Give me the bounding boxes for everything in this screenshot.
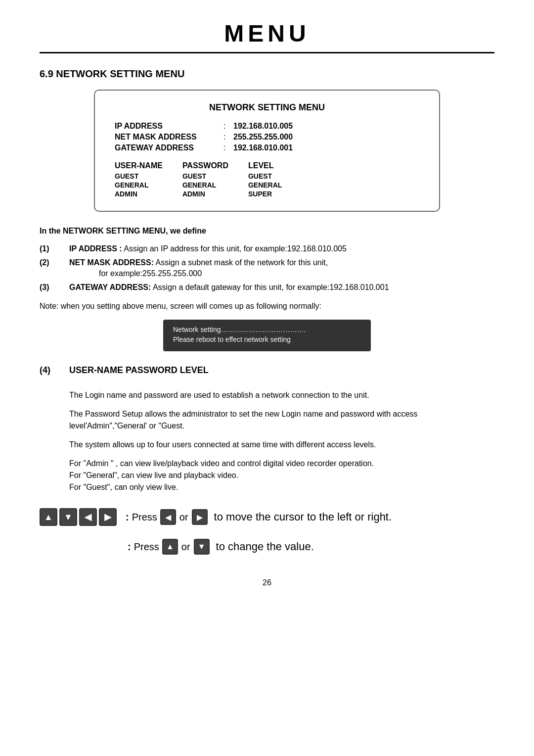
left-arrow-icon: ◀ — [79, 508, 97, 526]
item-2-text: Assign a subnet mask of the network for … — [156, 258, 328, 267]
up-arrow-inline-icon: ▲ — [162, 539, 178, 555]
item-4-heading: USER-NAME PASSWORD LEVEL — [69, 365, 209, 376]
item-3-content: GATEWAY ADDRESS: Assign a default gatewa… — [69, 283, 494, 292]
numbered-list: (1) IP ADDRESS : Assign an IP address fo… — [40, 244, 494, 292]
menu-box-title: NETWORK SETTING MENU — [115, 102, 419, 113]
list-item-1: (1) IP ADDRESS : Assign an IP address fo… — [40, 244, 494, 253]
level-general: GENERAL — [248, 181, 282, 189]
control-row-1-press: Press — [132, 512, 157, 523]
item-2-extra: for example:255.255.255.000 — [99, 269, 494, 278]
item-4-para3: The system allows up to four users conne… — [69, 439, 494, 451]
user-table: USER-NAME GUEST GENERAL ADMIN PASSWORD G… — [115, 161, 419, 199]
item-4-para4: For "Admin " , can view live/playback vi… — [69, 458, 494, 493]
level-col: LEVEL GUEST GENERAL SUPER — [248, 161, 282, 199]
num-3: (3) — [40, 283, 69, 292]
level-guest: GUEST — [248, 172, 282, 180]
control-row-1-colon: : — [126, 512, 129, 523]
user-name-col: USER-NAME GUEST GENERAL ADMIN — [115, 161, 163, 199]
item-1-bold: IP ADDRESS : — [69, 244, 122, 253]
list-item-3: (3) GATEWAY ADDRESS: Assign a default ga… — [40, 283, 494, 292]
note-text: Note: when you setting above menu, scree… — [40, 302, 494, 311]
password-guest: GUEST — [182, 172, 228, 180]
level-header: LEVEL — [248, 161, 282, 170]
password-header: PASSWORD — [182, 161, 228, 170]
define-heading: In the NETWORK SETTING MENU, we define — [40, 227, 494, 236]
network-fields: IP ADDRESS : 192.168.010.005 NET MASK AD… — [115, 122, 419, 152]
screen-box-line1: Network setting………………………………. — [173, 326, 361, 333]
level-super: SUPER — [248, 190, 282, 198]
list-item-2: (2) NET MASK ADDRESS: Assign a subnet ma… — [40, 258, 494, 278]
control-row-2-or: or — [181, 541, 190, 553]
item-1-text: Assign an IP address for this unit, for … — [124, 244, 347, 253]
screen-box: Network setting………………………………. Please rebo… — [163, 320, 371, 351]
control-row-2-press: Press — [134, 541, 159, 553]
screen-box-line2: Please reboot to effect network setting — [173, 335, 361, 343]
item-3-bold: GATEWAY ADDRESS: — [69, 283, 151, 291]
item-4-para2: The Password Setup allows the administra… — [69, 408, 494, 432]
dpad-icon-group: ▲ ▼ ◀ ▶ — [40, 508, 117, 526]
control-row-1-or: or — [179, 512, 188, 523]
password-admin: ADMIN — [182, 190, 228, 198]
item-2-bold: NET MASK ADDRESS: — [69, 258, 154, 267]
control-row-2: : Press ▲ or ▼ to change the value. — [124, 539, 494, 555]
password-general: GENERAL — [182, 181, 228, 189]
page-title: MENU — [40, 20, 494, 47]
user-name-general: GENERAL — [115, 181, 163, 189]
gateway-label: GATEWAY ADDRESS — [115, 143, 223, 152]
net-mask-row: NET MASK ADDRESS : 255.255.255.000 — [115, 133, 419, 142]
num-4: (4) — [40, 365, 69, 376]
control-row-2-colon: : — [128, 541, 131, 553]
controls-section: ▲ ▼ ◀ ▶ : Press ◀ or ▶ to move the curso… — [40, 508, 494, 559]
user-name-header: USER-NAME — [115, 161, 163, 170]
left-arrow-inline-icon: ◀ — [160, 509, 176, 525]
right-arrow-inline-icon: ▶ — [192, 509, 208, 525]
item-3-text: Assign a default gateway for this unit, … — [153, 283, 389, 291]
user-name-admin: ADMIN — [115, 190, 163, 198]
password-col: PASSWORD GUEST GENERAL ADMIN — [182, 161, 228, 199]
ip-address-row: IP ADDRESS : 192.168.010.005 — [115, 122, 419, 131]
title-rule — [40, 52, 494, 53]
down-arrow-inline-icon: ▼ — [194, 539, 210, 555]
right-arrow-icon: ▶ — [99, 508, 117, 526]
item-4-container: (4) USER-NAME PASSWORD LEVEL The Login n… — [40, 365, 494, 493]
menu-box: NETWORK SETTING MENU IP ADDRESS : 192.16… — [94, 90, 440, 212]
user-name-guest: GUEST — [115, 172, 163, 180]
num-2: (2) — [40, 258, 69, 267]
section-heading: 6.9 NETWORK SETTING MENU — [40, 68, 494, 80]
net-mask-label: NET MASK ADDRESS — [115, 133, 223, 142]
gateway-value: 192.168.010.001 — [233, 143, 293, 152]
down-arrow-icon: ▼ — [59, 508, 77, 526]
ip-address-label: IP ADDRESS — [115, 122, 223, 131]
page: MENU 6.9 NETWORK SETTING MENU NETWORK SE… — [0, 0, 534, 756]
item-1-content: IP ADDRESS : Assign an IP address for th… — [69, 244, 494, 253]
net-mask-value: 255.255.255.000 — [233, 133, 293, 142]
num-1: (1) — [40, 244, 69, 253]
control-row-2-desc: to change the value. — [216, 540, 314, 553]
control-row-1: ▲ ▼ ◀ ▶ : Press ◀ or ▶ to move the curso… — [40, 508, 494, 526]
item-2-content: NET MASK ADDRESS: Assign a subnet mask o… — [69, 258, 494, 278]
item-4-para1: The Login name and password are used to … — [69, 389, 494, 401]
page-number: 26 — [40, 578, 494, 587]
control-row-1-desc: to move the cursor to the left or right. — [214, 511, 392, 523]
ip-address-value: 192.168.010.005 — [233, 122, 293, 131]
up-arrow-icon: ▲ — [40, 508, 57, 526]
gateway-row: GATEWAY ADDRESS : 192.168.010.001 — [115, 143, 419, 152]
